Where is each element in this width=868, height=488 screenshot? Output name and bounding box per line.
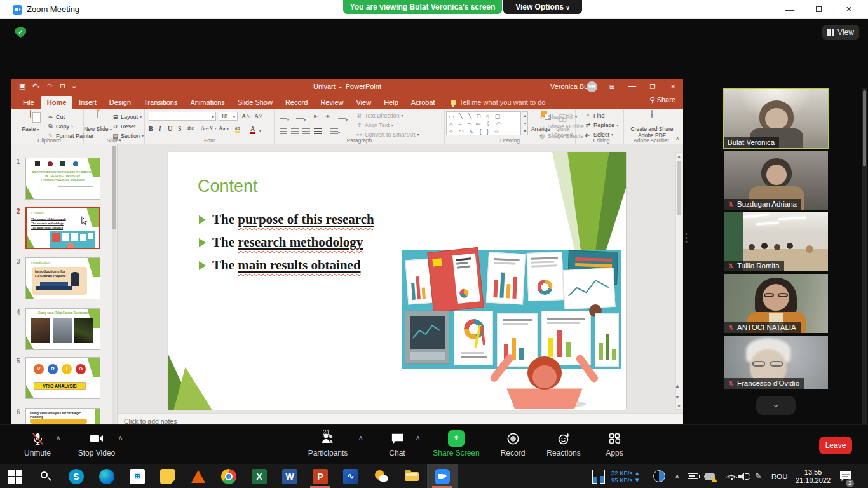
new-slide-button[interactable]: New Slide ▾ (84, 111, 112, 137)
gallery-view-button[interactable]: View (822, 25, 859, 40)
slide-thumbnail-3[interactable]: Introduction Introductions for Research … (25, 257, 100, 299)
taskbar-store[interactable]: ⊞ (122, 464, 153, 488)
tab-home[interactable]: Home (41, 96, 73, 109)
maximize-button[interactable] (807, 0, 832, 19)
slide-thumbnail-1[interactable]: PROCEDURES IN SUSTAINABILITY APPLIEDIN T… (25, 158, 100, 200)
tab-acrobat[interactable]: Acrobat (405, 96, 442, 109)
reset-button[interactable]: ↺Reset (112, 121, 136, 131)
columns-button[interactable]: ▾ (330, 125, 340, 137)
slide-canvas[interactable]: Content The purpose of this research The… (168, 152, 626, 410)
participant-video-tullio-romita[interactable]: Tullio Romita (724, 212, 828, 271)
ppt-minimize-button[interactable]: — (623, 79, 642, 94)
panel-resize-handle[interactable]: ••• (685, 233, 688, 249)
clock[interactable]: 13:55 21.10.2022 (796, 464, 831, 488)
tab-transitions[interactable]: Transitions (137, 96, 184, 109)
onedrive-warning-icon[interactable] (704, 464, 715, 488)
taskbar-whiteboard[interactable]: ∿ (336, 464, 366, 488)
create-pdf-button[interactable]: Create and Share Adobe PDF (628, 111, 676, 137)
decrease-indent-button[interactable]: ⇤ (314, 112, 319, 119)
character-spacing-button[interactable]: A↔V ▾ (201, 125, 216, 131)
tab-view[interactable]: View (349, 96, 377, 109)
slide-bullet-2[interactable]: The research methodology (199, 234, 363, 250)
tab-insert[interactable]: Insert (72, 96, 103, 109)
participants-scrollbar[interactable] (862, 88, 867, 438)
thumbnails-scrollbar[interactable] (112, 146, 116, 427)
tell-me-box[interactable]: Tell me what you want to do (442, 96, 546, 109)
shape-gallery-scroll[interactable]: ▴▪▾ (522, 111, 528, 135)
wifi-icon[interactable] (723, 464, 733, 488)
tab-record[interactable]: Record (279, 96, 314, 109)
participants-options-chevron[interactable]: ∧ (358, 434, 363, 441)
align-right-button[interactable] (302, 125, 310, 137)
shape-gallery[interactable]: ▭ ╲ ╲ □ ○ ▢△ ⌐ ¬ ⇨ ⇩ ◠✧ ◠ ∿ { } ☆ (446, 111, 521, 135)
stop-video-button[interactable]: Stop Video (71, 430, 122, 458)
bullets-button[interactable]: ▾ (280, 112, 289, 124)
numbering-button[interactable]: ▾ (296, 112, 306, 124)
share-button[interactable]: ⚲ Share (650, 96, 675, 104)
pen-icon[interactable]: ✎ (755, 464, 762, 488)
slide-scrollbar[interactable]: ▲▼ (675, 152, 682, 410)
font-color-button[interactable]: A (250, 125, 255, 134)
tab-help[interactable]: Help (377, 96, 405, 109)
ppt-close-button[interactable]: × (663, 79, 682, 94)
tab-animations[interactable]: Animations (184, 96, 231, 109)
language-indicator[interactable]: ROU (771, 464, 788, 488)
align-center-button[interactable] (291, 125, 299, 137)
tray-netmonitor-bars-icon[interactable] (592, 464, 605, 488)
replace-button[interactable]: ⇄Replace ▾ (585, 120, 618, 130)
shadow-button[interactable]: S (178, 125, 182, 132)
change-case-button[interactable]: Aa ▾ (219, 125, 229, 132)
line-spacing-button[interactable]: ▾ (338, 112, 348, 124)
slide-thumbnail-5[interactable]: V R I O VRIO ANALYSIS (25, 357, 100, 399)
account-avatar[interactable]: VB (587, 81, 597, 92)
justify-button[interactable] (314, 125, 322, 137)
participant-video-francesco-dovidio[interactable]: Francesco d'Ovidio (724, 336, 828, 389)
tray-monitor-icon[interactable] (653, 464, 665, 488)
chat-options-chevron[interactable]: ∧ (416, 434, 420, 441)
taskbar-word[interactable]: W (275, 464, 305, 488)
tab-review[interactable]: Review (314, 96, 349, 109)
grow-font-button[interactable]: A˄ (241, 112, 250, 119)
taskbar-powerpoint-open[interactable]: P (305, 464, 336, 488)
taskbar-vlc[interactable] (183, 464, 214, 488)
shape-fill-button[interactable]: ◇Shape Fill ▾ (539, 112, 577, 121)
taskbar-excel[interactable]: X (244, 464, 275, 488)
tab-design[interactable]: Design (103, 96, 137, 109)
unmute-button[interactable]: Unmute (17, 430, 58, 458)
record-button[interactable]: Record (494, 430, 531, 458)
slide-thumbnail-4[interactable]: Study case: Tulip Garden Residence's (25, 308, 100, 350)
align-text-button[interactable]: ⇕Align Text ▾ (356, 120, 393, 130)
layout-button[interactable]: ⊟Layout ▾ (112, 112, 142, 121)
security-shield-icon[interactable]: ✓ (15, 27, 26, 38)
underline-button[interactable]: U (168, 125, 172, 132)
paste-button[interactable]: Paste ▾ (17, 111, 44, 137)
taskbar-skype[interactable]: S (61, 464, 92, 488)
slide-thumbnail-2-current[interactable]: Content The purpose of this research The… (25, 207, 100, 249)
participant-video-buzdugan-adriana[interactable]: Buzdugan Adriana (724, 151, 828, 210)
align-left-button[interactable] (280, 125, 287, 137)
minimize-button[interactable]: — (777, 0, 803, 19)
slide-title[interactable]: Content (198, 177, 258, 196)
battery-icon[interactable] (688, 464, 698, 488)
taskbar-weather[interactable] (366, 464, 397, 488)
apps-button[interactable]: Apps (599, 430, 630, 458)
taskbar-chrome[interactable] (214, 464, 244, 488)
font-size-combo[interactable]: 18▾ (219, 112, 238, 121)
video-options-chevron[interactable]: ∧ (118, 434, 123, 441)
participant-video-antoci-natalia[interactable]: ANTOCI NATALIA (724, 274, 828, 333)
next-slide-button[interactable]: ▼ (675, 395, 680, 400)
italic-button[interactable]: I (159, 125, 161, 132)
highlight-color-button[interactable]: ab (235, 125, 240, 133)
find-button[interactable]: ⌕Find (585, 111, 605, 120)
participant-video-bulat-veronica[interactable]: Bulat Veronica (724, 89, 828, 148)
taskbar-sticky-notes[interactable] (153, 464, 183, 488)
start-button[interactable] (0, 464, 31, 488)
share-screen-button[interactable]: Share Screen (430, 430, 483, 458)
increase-indent-button[interactable]: ⇥ (324, 112, 329, 119)
collapse-ribbon-icon[interactable]: ∧ (675, 135, 679, 141)
audio-options-chevron[interactable]: ∧ (56, 434, 60, 441)
speaker-icon[interactable] (738, 464, 749, 488)
tray-hidden-icons-chevron[interactable]: ∧ (675, 464, 679, 488)
network-speed-indicator[interactable]: 32 KB/s ▲95 KB/s ▼ (611, 464, 640, 488)
font-color-dropdown[interactable]: ▾ (259, 128, 261, 133)
